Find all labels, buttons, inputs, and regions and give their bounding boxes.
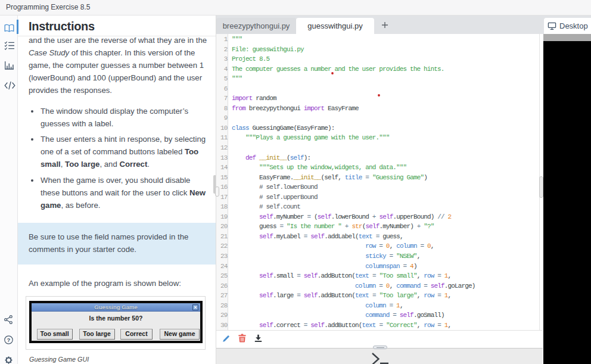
svg-text:?: ?: [7, 337, 11, 343]
